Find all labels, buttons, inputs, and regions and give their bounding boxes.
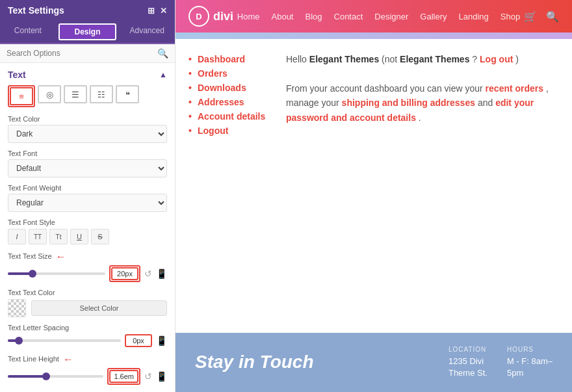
greeting-bold2: Elegant Themes (400, 54, 469, 64)
collapse-icon[interactable]: ▲ (159, 70, 167, 79)
select-color-button[interactable]: Select Color (31, 300, 167, 316)
footer-location-label: LOCATION (448, 346, 488, 353)
nav-link-about[interactable]: About (272, 12, 294, 21)
list-item-orders[interactable]: Orders (188, 66, 273, 81)
body-text1: From your account dashboard you can view… (286, 83, 486, 94)
text-font-style-label: Text Font Style (8, 218, 167, 226)
search-nav-icon[interactable]: 🔍 (546, 10, 559, 23)
text-color-row: Text Color Dark (8, 115, 167, 143)
list-item-logout[interactable]: Logout (188, 124, 273, 138)
text-size-value[interactable]: 20px (111, 267, 138, 280)
text-letter-spacing-label: Text Letter Spacing (8, 324, 167, 332)
tab-advanced[interactable]: Advanced (119, 21, 175, 43)
footer-title: Stay in Touch (195, 352, 429, 372)
panel-header-icons: ⊞ ✕ (148, 6, 167, 16)
text-color-label: Text Color (8, 115, 167, 123)
align-left-box: ≡ (8, 85, 35, 107)
greeting-paren2: ? (472, 54, 480, 64)
text-size-label: Text Text Size (8, 252, 52, 260)
text-size-thumb[interactable] (29, 270, 36, 278)
nav-link-gallery[interactable]: Gallery (420, 12, 447, 21)
text-font-weight-select[interactable]: Regular (8, 194, 167, 212)
text-size-value-box: 20px (109, 265, 140, 282)
greeting-text: Hello (286, 54, 309, 64)
text-line-height-value-box: 1.6em (107, 368, 140, 385)
align-style2-button[interactable]: ◎ (38, 85, 61, 103)
footer-hours: HOURS M - F: 8am–5pm (507, 346, 552, 379)
search-icon: 🔍 (157, 48, 168, 59)
text-color-select[interactable]: Dark (8, 125, 167, 143)
align-right-button[interactable]: ☷ (90, 85, 113, 103)
text-size-device-icon[interactable]: 📱 (156, 268, 167, 279)
font-style-buttons: I TT Tt U S (8, 229, 167, 244)
greeting-close-paren: ) (515, 54, 519, 64)
footer-location-value: 1235 DiviTheme St. (448, 356, 488, 379)
align-center-button[interactable]: ☰ (64, 85, 87, 103)
panel-tabs: Content Design Advanced (0, 21, 175, 44)
body-text4: . (419, 112, 421, 123)
list-item-account[interactable]: Account details (188, 109, 273, 124)
text-font-label: Text Font (8, 150, 167, 157)
italic-button[interactable]: I (8, 229, 26, 244)
text-line-height-reset-icon[interactable]: ↺ (144, 371, 152, 382)
footer-hours-value: M - F: 8am–5pm (507, 356, 552, 379)
nav-link-blog[interactable]: Blog (305, 12, 322, 21)
list-item-downloads[interactable]: Downloads (188, 81, 273, 95)
body-text3: and (478, 98, 495, 108)
account-menu: Dashboard Orders Downloads Addresses Acc… (188, 52, 273, 320)
text-size-track (8, 272, 105, 275)
text-letter-spacing-track (8, 339, 121, 342)
list-item-addresses[interactable]: Addresses (188, 95, 273, 109)
account-menu-list: Dashboard Orders Downloads Addresses Acc… (188, 52, 273, 138)
strikethrough-button[interactable]: S (91, 229, 109, 244)
tab-content[interactable]: Content (0, 21, 56, 43)
text-line-height-track (8, 375, 103, 378)
align-justify-button[interactable]: ❝ (116, 85, 139, 103)
text-size-row: Text Text Size ← 20px ↺ 📱 (8, 251, 167, 282)
text-text-color-swatch[interactable] (8, 299, 26, 317)
body-bold2: shipping and billing addresses (342, 98, 475, 108)
text-line-height-thumb[interactable] (42, 372, 50, 380)
close-icon[interactable]: ✕ (160, 6, 167, 16)
align-left-button[interactable]: ≡ (10, 87, 33, 105)
body-paragraph: From your account dashboard you can view… (286, 81, 559, 125)
text-letter-spacing-device-icon[interactable]: 📱 (156, 335, 167, 346)
text-line-height-device-icon[interactable]: 📱 (156, 371, 167, 382)
text-size-arrow: ← (56, 251, 66, 263)
search-bar: 🔍 (0, 44, 175, 63)
logo-name: divi (213, 10, 233, 23)
text-font-weight-label: Text Font Weight (8, 184, 167, 192)
text-font-select[interactable]: Default (8, 159, 167, 177)
cart-icon[interactable]: 🛒 (524, 10, 537, 23)
text-line-height-slider-row: 1.6em ↺ 📱 (8, 368, 167, 385)
expand-icon[interactable]: ⊞ (148, 6, 155, 16)
greeting-paragraph: Hello Elegant Themes (not Elegant Themes… (286, 52, 559, 66)
search-input[interactable] (6, 49, 157, 58)
text-letter-spacing-slider-row: 0px 📱 (8, 334, 167, 347)
capitalize-button[interactable]: Tt (49, 229, 68, 244)
underline-button[interactable]: U (70, 229, 88, 244)
text-letter-spacing-row: Text Letter Spacing 0px 📱 (8, 324, 167, 347)
nav-link-landing[interactable]: Landing (459, 12, 489, 21)
section-title-text: Text (8, 70, 26, 80)
nav-link-shop[interactable]: Shop (500, 12, 520, 21)
text-letter-spacing-thumb[interactable] (15, 337, 23, 345)
list-item-dashboard[interactable]: Dashboard (188, 52, 273, 66)
footer-section: Stay in Touch LOCATION 1235 DiviTheme St… (176, 333, 572, 392)
logout-link[interactable]: Log out (480, 54, 513, 64)
uppercase-button[interactable]: TT (29, 229, 47, 244)
nav-stripe (176, 33, 572, 39)
panel-title: Text Settings (8, 5, 64, 16)
nav-link-home[interactable]: Home (237, 12, 260, 21)
account-text: Hello Elegant Themes (not Elegant Themes… (286, 52, 559, 320)
nav-link-contact[interactable]: Contact (334, 12, 363, 21)
alignment-buttons: ≡ ◎ ☰ ☷ ❝ (8, 85, 167, 107)
text-letter-spacing-value[interactable]: 0px (125, 334, 152, 347)
tab-design[interactable]: Design (58, 23, 117, 40)
content-area: Dashboard Orders Downloads Addresses Acc… (176, 39, 572, 333)
text-line-height-label: Text Line Height (8, 355, 59, 363)
text-font-weight-row: Text Font Weight Regular (8, 184, 167, 212)
text-line-height-value[interactable]: 1.6em (109, 370, 138, 383)
text-size-reset-icon[interactable]: ↺ (144, 268, 152, 279)
nav-link-designer[interactable]: Designer (374, 12, 408, 21)
